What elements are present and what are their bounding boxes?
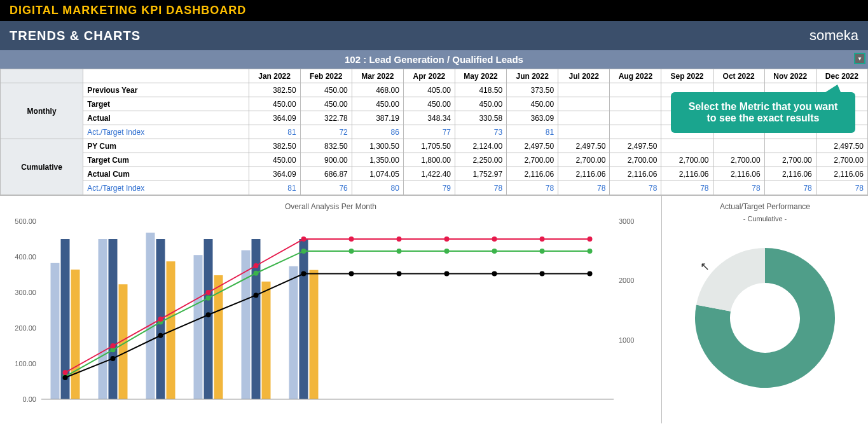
- cell[interactable]: 81: [507, 125, 558, 139]
- svg-text:300.00: 300.00: [15, 289, 36, 296]
- cell[interactable]: 78: [558, 181, 610, 195]
- cell[interactable]: 1,422.40: [403, 167, 455, 181]
- svg-rect-25: [262, 282, 271, 399]
- cell[interactable]: 2,116.06: [507, 167, 558, 181]
- cell[interactable]: 468.00: [352, 83, 403, 97]
- cell[interactable]: 1,800.00: [403, 153, 455, 167]
- cell[interactable]: 348.34: [403, 111, 455, 125]
- cell[interactable]: 373.50: [507, 83, 558, 97]
- cell[interactable]: 76: [300, 181, 352, 195]
- cell[interactable]: 686.87: [300, 167, 352, 181]
- cell[interactable]: 2,700.00: [610, 153, 661, 167]
- cell[interactable]: 387.19: [352, 111, 403, 125]
- cell[interactable]: 78: [816, 181, 867, 195]
- cell[interactable]: [558, 83, 610, 97]
- svg-rect-26: [310, 270, 319, 399]
- cell[interactable]: 2,497.50: [558, 139, 610, 153]
- cell[interactable]: 2,116.06: [816, 167, 867, 181]
- cell[interactable]: 450.00: [249, 97, 300, 111]
- cell[interactable]: 86: [352, 125, 403, 139]
- cell[interactable]: 832.50: [300, 139, 352, 153]
- cell[interactable]: 2,700.00: [713, 153, 764, 167]
- cell[interactable]: 330.58: [455, 111, 507, 125]
- cell[interactable]: [764, 139, 816, 153]
- cell[interactable]: [610, 125, 661, 139]
- cell[interactable]: 450.00: [455, 97, 507, 111]
- metric-dropdown-button[interactable]: ▼: [854, 53, 865, 64]
- cell[interactable]: 2,497.50: [507, 139, 558, 153]
- chart-side: Actual/Target Performance - Cumulative -…: [662, 196, 868, 423]
- cell[interactable]: 1,705.50: [403, 139, 455, 153]
- cell[interactable]: [558, 111, 610, 125]
- cell[interactable]: 450.00: [300, 83, 352, 97]
- cell[interactable]: 2,700.00: [764, 153, 816, 167]
- cell[interactable]: [558, 97, 610, 111]
- cell[interactable]: 72: [300, 125, 352, 139]
- cell[interactable]: 79: [403, 181, 455, 195]
- cell[interactable]: 450.00: [403, 97, 455, 111]
- cell[interactable]: 364.09: [249, 111, 300, 125]
- row-label: Actual: [83, 111, 249, 125]
- cell[interactable]: 2,116.06: [558, 167, 610, 181]
- cell[interactable]: 1,752.97: [455, 167, 507, 181]
- cell[interactable]: 80: [352, 181, 403, 195]
- cell[interactable]: 2,700.00: [661, 153, 713, 167]
- cell[interactable]: 450.00: [507, 97, 558, 111]
- cell[interactable]: 382.50: [249, 139, 300, 153]
- cell[interactable]: 382.50: [249, 83, 300, 97]
- cell[interactable]: 364.09: [249, 167, 300, 181]
- cell[interactable]: 2,700.00: [816, 153, 867, 167]
- cell[interactable]: [610, 83, 661, 97]
- cell[interactable]: 450.00: [352, 97, 403, 111]
- cell[interactable]: 405.00: [403, 83, 455, 97]
- cell[interactable]: 2,116.06: [661, 167, 713, 181]
- cell[interactable]: 900.00: [300, 153, 352, 167]
- cell[interactable]: 2,116.06: [610, 167, 661, 181]
- cell[interactable]: 1,074.05: [352, 167, 403, 181]
- cell[interactable]: 322.78: [300, 111, 352, 125]
- month-header: Jul 2022: [558, 69, 610, 83]
- cell[interactable]: 2,497.50: [610, 139, 661, 153]
- cell[interactable]: 450.00: [300, 97, 352, 111]
- cell[interactable]: 2,700.00: [558, 153, 610, 167]
- svg-rect-21: [71, 270, 80, 399]
- cell[interactable]: 2,250.00: [455, 153, 507, 167]
- cell[interactable]: 77: [403, 125, 455, 139]
- callout-text: Select the Metric that you want to see t…: [689, 101, 838, 123]
- cell[interactable]: 2,116.06: [764, 167, 816, 181]
- svg-text:0.00: 0.00: [23, 395, 36, 403]
- cell[interactable]: 73: [455, 125, 507, 139]
- selected-metric: 102 : Lead Generation / Qualified Leads: [345, 54, 523, 65]
- cell[interactable]: 78: [764, 181, 816, 195]
- cell[interactable]: 450.00: [249, 153, 300, 167]
- svg-rect-20: [300, 239, 308, 399]
- cell[interactable]: [661, 139, 713, 153]
- cell[interactable]: 1,350.00: [352, 153, 403, 167]
- cell[interactable]: [558, 125, 610, 139]
- cell[interactable]: 78: [610, 181, 661, 195]
- cell[interactable]: [713, 139, 764, 153]
- metric-selector-band: 102 : Lead Generation / Qualified Leads …: [0, 50, 868, 69]
- cell[interactable]: 78: [455, 181, 507, 195]
- cell[interactable]: 418.50: [455, 83, 507, 97]
- svg-text:3000: 3000: [619, 217, 634, 225]
- cell[interactable]: 78: [661, 181, 713, 195]
- cell[interactable]: [610, 111, 661, 125]
- svg-text:100.00: 100.00: [15, 360, 36, 367]
- month-header: Nov 2022: [764, 69, 816, 83]
- cell[interactable]: 78: [507, 181, 558, 195]
- cell[interactable]: 2,700.00: [507, 153, 558, 167]
- cell[interactable]: 2,124.00: [455, 139, 507, 153]
- month-header: Sep 2022: [661, 69, 713, 83]
- cell[interactable]: 81: [249, 181, 300, 195]
- cell[interactable]: 2,116.06: [713, 167, 764, 181]
- cell[interactable]: 78: [713, 181, 764, 195]
- cell[interactable]: 1,300.50: [352, 139, 403, 153]
- cell[interactable]: 81: [249, 125, 300, 139]
- cell[interactable]: [610, 97, 661, 111]
- svg-rect-11: [146, 233, 155, 399]
- row-label: Previous Year: [83, 83, 249, 97]
- cell[interactable]: 2,497.50: [816, 139, 867, 153]
- blank-header-2: [83, 69, 249, 83]
- cell[interactable]: 363.09: [507, 111, 558, 125]
